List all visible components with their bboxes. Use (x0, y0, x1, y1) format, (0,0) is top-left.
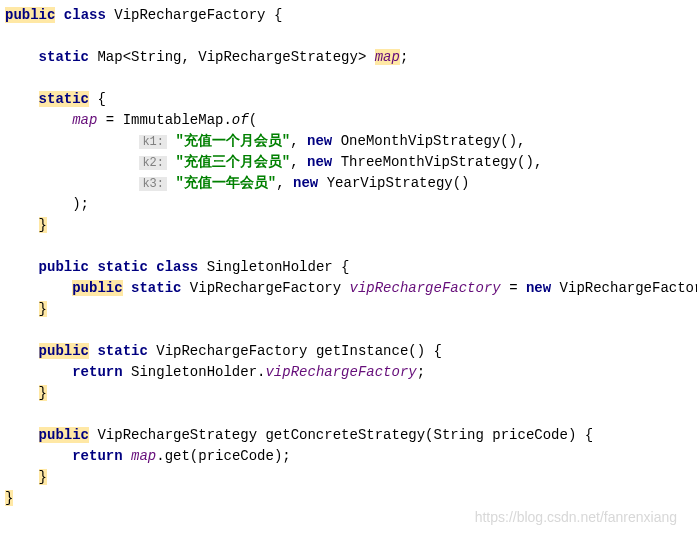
keyword: new (307, 133, 332, 149)
param-hint: k1: (139, 135, 167, 149)
text: YearVipStrategy() (318, 175, 469, 191)
keyword: static (39, 91, 89, 107)
code-line: } (5, 215, 692, 236)
punct (123, 448, 131, 464)
code-line: static { (5, 89, 692, 110)
text: VipRechargeFactory(); (551, 280, 697, 296)
code-line: public class VipRechargeFactory { (5, 5, 692, 26)
punct: ); (72, 196, 89, 212)
keyword: new (293, 175, 318, 191)
code-line (5, 320, 692, 341)
keyword: public (39, 259, 89, 275)
code-line: static Map<String, VipRechargeStrategy> … (5, 47, 692, 68)
punct: } (39, 385, 47, 401)
code-line: public static VipRechargeFactory vipRech… (5, 278, 692, 299)
punct: } (39, 217, 47, 233)
punct: } (5, 490, 13, 506)
string: "充值一个月会员" (175, 133, 290, 149)
code-line: } (5, 383, 692, 404)
text: .get(priceCode); (156, 448, 290, 464)
text: ThreeMonthVipStrategy(), (332, 154, 542, 170)
punct: ; (417, 364, 425, 380)
type: VipRechargeFactory (181, 280, 349, 296)
code-line: public VipRechargeStrategy getConcreteSt… (5, 425, 692, 446)
class-name: VipRechargeFactory { (114, 7, 282, 23)
param-hint: k2: (139, 156, 167, 170)
code-line: k2: "充值三个月会员", new ThreeMonthVipStrategy… (5, 152, 692, 173)
text: OneMonthVipStrategy(), (332, 133, 525, 149)
param-hint: k3: (139, 177, 167, 191)
punct: , (276, 175, 293, 191)
punct: , (290, 154, 307, 170)
code-line: ); (5, 194, 692, 215)
text: VipRechargeFactory getInstance() { (148, 343, 442, 359)
punct: = (501, 280, 526, 296)
keyword: static (39, 49, 89, 65)
field: map (131, 448, 156, 464)
code-line: } (5, 488, 692, 509)
method: of (232, 112, 249, 128)
text: = ImmutableMap. (97, 112, 231, 128)
keyword: static (97, 343, 147, 359)
code-line: public static VipRechargeFactory getInst… (5, 341, 692, 362)
keyword: public (5, 7, 55, 23)
field: map (72, 112, 97, 128)
keyword: public (72, 280, 122, 296)
code-line (5, 236, 692, 257)
string: "充值三个月会员" (175, 154, 290, 170)
keyword: return (72, 364, 122, 380)
punct: } (39, 469, 47, 485)
code-line: k3: "充值一年会员", new YearVipStrategy() (5, 173, 692, 194)
code-line: k1: "充值一个月会员", new OneMonthVipStrategy()… (5, 131, 692, 152)
keyword: new (526, 280, 551, 296)
text: SingletonHolder { (198, 259, 349, 275)
punct: ( (249, 112, 257, 128)
code-line: return SingletonHolder.vipRechargeFactor… (5, 362, 692, 383)
code-line (5, 26, 692, 47)
keyword: public (39, 427, 89, 443)
code-line: map = ImmutableMap.of( (5, 110, 692, 131)
punct: } (39, 301, 47, 317)
keyword: static (131, 280, 181, 296)
keyword: class (64, 7, 106, 23)
field: map (375, 49, 400, 65)
punct: { (89, 91, 106, 107)
code-block: public class VipRechargeFactory { static… (5, 5, 692, 509)
code-line (5, 68, 692, 89)
keyword: class (156, 259, 198, 275)
code-line: public static class SingletonHolder { (5, 257, 692, 278)
keyword: static (97, 259, 147, 275)
keyword: return (72, 448, 122, 464)
string: "充值一年会员" (175, 175, 276, 191)
code-line (5, 404, 692, 425)
code-line: } (5, 299, 692, 320)
field: vipRechargeFactory (265, 364, 416, 380)
code-line: } (5, 467, 692, 488)
keyword: new (307, 154, 332, 170)
watermark: https://blog.csdn.net/fanrenxiang (475, 507, 677, 528)
type: Map<String, VipRechargeStrategy> (97, 49, 366, 65)
text: SingletonHolder. (123, 364, 266, 380)
punct: , (290, 133, 307, 149)
text: VipRechargeStrategy getConcreteStrategy(… (89, 427, 593, 443)
code-line: return map.get(priceCode); (5, 446, 692, 467)
keyword: public (39, 343, 89, 359)
punct: ; (400, 49, 408, 65)
field: vipRechargeFactory (350, 280, 501, 296)
